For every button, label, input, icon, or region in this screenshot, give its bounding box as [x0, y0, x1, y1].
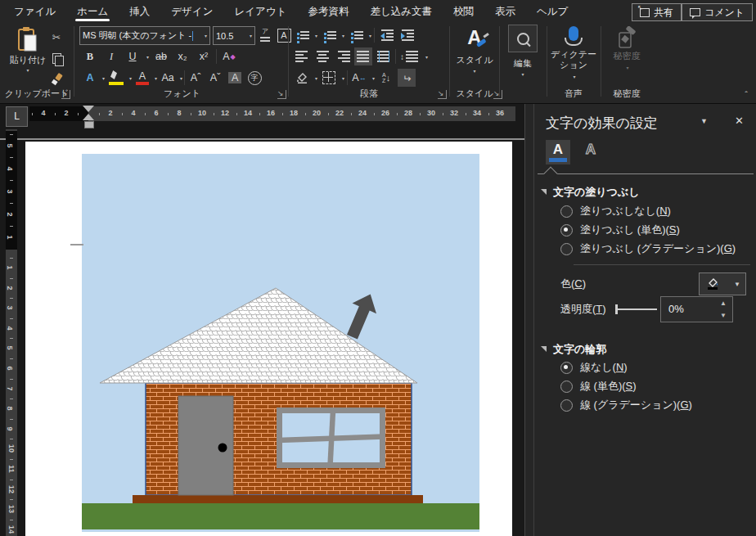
text-fill-section-header[interactable]: 文字の塗りつぶし — [541, 185, 640, 200]
copy-button[interactable] — [47, 49, 65, 67]
multilevel-list-button[interactable] — [347, 26, 365, 44]
highlight-color-button[interactable] — [106, 69, 126, 87]
align-center-button[interactable] — [313, 47, 331, 65]
hanging-indent-marker[interactable] — [83, 114, 94, 120]
bold-button[interactable]: B — [81, 47, 99, 65]
font-color-chevron-icon[interactable]: ▾ — [155, 75, 157, 81]
menu-tab-3[interactable]: デザイン — [160, 0, 223, 23]
radio-icon[interactable] — [560, 362, 573, 374]
spin-down-icon[interactable]: ▼ — [720, 312, 727, 319]
cut-button[interactable]: ✂ — [47, 28, 65, 46]
decrease-indent-button[interactable] — [377, 26, 395, 44]
distribute-button[interactable] — [375, 47, 393, 65]
show-marks-button[interactable]: ↵ — [398, 69, 416, 87]
menu-tab-5[interactable]: 参考資料 — [297, 0, 359, 23]
font-size-combo[interactable]: 10.5 ▾ — [213, 26, 255, 45]
menu-tab-0[interactable]: ファイル — [3, 0, 66, 23]
multilevel-chevron-icon[interactable]: ▾ — [369, 33, 371, 38]
pane-options-chevron-icon[interactable]: ▼ — [700, 117, 708, 125]
highlight-chevron-icon[interactable]: ▾ — [129, 75, 132, 81]
menu-tab-2[interactable]: 挿入 — [119, 0, 160, 23]
strikethrough-button[interactable]: ab — [152, 47, 170, 65]
clipboard-dialog-launcher[interactable]: ↘ — [61, 90, 70, 99]
borders-chevron-icon[interactable]: ▾ — [342, 75, 344, 81]
comment-button[interactable]: コメント — [682, 3, 753, 21]
font-dialog-launcher[interactable]: ↘ — [277, 90, 286, 99]
paste-button[interactable]: 貼り付け ▾ — [7, 26, 49, 73]
enclose-characters-button[interactable]: 字 — [245, 69, 263, 87]
dictation-button[interactable]: ディクテーション ▾ — [550, 26, 597, 80]
text-outline-section-header[interactable]: 文字の輪郭 — [541, 342, 606, 357]
fill-color-button[interactable]: ▼ — [699, 273, 746, 295]
text-effects-chevron-icon[interactable]: ▾ — [102, 75, 105, 81]
radio-icon[interactable] — [560, 243, 573, 255]
share-label: 共有 — [654, 6, 673, 20]
radio-icon[interactable] — [560, 205, 573, 218]
align-right-button[interactable] — [334, 47, 352, 65]
menu-tab-4[interactable]: レイアウト — [223, 0, 297, 23]
underline-chevron-icon[interactable]: ▾ — [146, 54, 149, 60]
bullets-button[interactable] — [293, 26, 311, 44]
tab-selector[interactable]: L — [6, 106, 28, 127]
superscript-button[interactable]: x² — [195, 47, 213, 65]
font-color-button[interactable]: A — [133, 69, 151, 87]
radio-icon[interactable] — [560, 399, 573, 412]
text-fill-option-0[interactable]: 塗りつぶしなし(N) — [560, 203, 671, 219]
menu-tab-6[interactable]: 差し込み文書 — [359, 0, 443, 23]
tab-text-fill-outline[interactable]: A — [546, 140, 570, 164]
numbering-chevron-icon[interactable]: ▾ — [342, 33, 344, 38]
menu-tab-8[interactable]: 表示 — [484, 0, 526, 23]
change-case-button[interactable]: Aa — [159, 69, 177, 87]
transparency-slider-track[interactable] — [616, 309, 657, 310]
line-spacing-chevron-icon[interactable]: ▾ — [425, 54, 428, 60]
grow-font-button[interactable]: Aˆ — [187, 69, 205, 87]
text-fill-option-2[interactable]: 塗りつぶし (グラデーション)(G) — [560, 241, 736, 257]
increase-indent-button[interactable] — [398, 26, 416, 44]
change-case-chevron-icon[interactable]: ▾ — [180, 75, 182, 81]
tab-text-effects[interactable]: A — [578, 140, 603, 164]
left-indent-marker[interactable] — [84, 121, 94, 128]
character-shading-button[interactable]: A — [226, 69, 244, 87]
shrink-font-button[interactable]: Aˇ — [206, 69, 224, 87]
text-fill-option-1[interactable]: 塗りつぶし (単色)(S) — [560, 222, 680, 238]
italic-button[interactable]: I — [102, 47, 120, 65]
transparency-spinbox[interactable]: 0% ▲ ▼ — [660, 296, 733, 322]
bullets-chevron-icon[interactable]: ▾ — [315, 33, 317, 38]
sort-button[interactable]: AZ ↓ — [377, 69, 395, 87]
text-outline-option-1[interactable]: 線 (単色)(S) — [560, 378, 637, 394]
ruby-button[interactable]: ア — [258, 27, 272, 45]
collapse-ribbon-button[interactable]: ˆ — [745, 90, 748, 100]
pane-close-icon[interactable]: ✕ — [735, 115, 744, 127]
font-name-combo[interactable]: MS 明朝 (本文のフォント - ▾ — [79, 26, 210, 45]
justify-button[interactable] — [354, 47, 372, 65]
shading-button[interactable] — [293, 69, 311, 87]
radio-icon[interactable] — [560, 224, 573, 236]
house-drawing[interactable] — [82, 154, 479, 532]
text-effects-button[interactable]: A — [81, 69, 99, 87]
asian-layout-chevron-icon[interactable]: ▾ — [372, 75, 375, 81]
line-spacing-button[interactable]: ↕ — [398, 47, 421, 65]
radio-icon[interactable] — [560, 381, 573, 393]
styles-button[interactable]: A スタイル ▾ — [453, 26, 496, 74]
share-button[interactable]: 共有 — [632, 3, 682, 21]
subscript-button[interactable]: x₂ — [173, 47, 191, 65]
first-line-indent-marker[interactable] — [83, 106, 94, 112]
editing-button[interactable]: 編集 ▾ — [505, 25, 541, 77]
text-outline-option-0[interactable]: 線なし(N) — [560, 359, 628, 376]
numbering-button[interactable] — [320, 26, 338, 44]
align-left-button[interactable] — [293, 47, 311, 65]
spin-up-icon[interactable]: ▲ — [720, 300, 727, 307]
clear-formatting-button[interactable]: A ◆ — [220, 47, 238, 65]
menu-tab-9[interactable]: ヘルプ — [526, 0, 578, 23]
asian-layout-button[interactable]: A ↔ — [350, 69, 368, 87]
underline-button[interactable]: U — [124, 47, 142, 65]
shading-chevron-icon[interactable]: ▾ — [315, 75, 317, 81]
menu-tab-1[interactable]: ホーム — [66, 0, 119, 23]
format-painter-button[interactable] — [47, 70, 65, 88]
paragraph-dialog-launcher[interactable]: ↘ — [438, 90, 447, 99]
menu-tab-7[interactable]: 校閲 — [443, 0, 484, 23]
text-outline-option-2[interactable]: 線 (グラデーション)(G) — [560, 397, 692, 413]
borders-button[interactable] — [320, 69, 338, 87]
enclose-border-button[interactable]: A — [275, 27, 293, 45]
mini-separator — [347, 70, 348, 85]
